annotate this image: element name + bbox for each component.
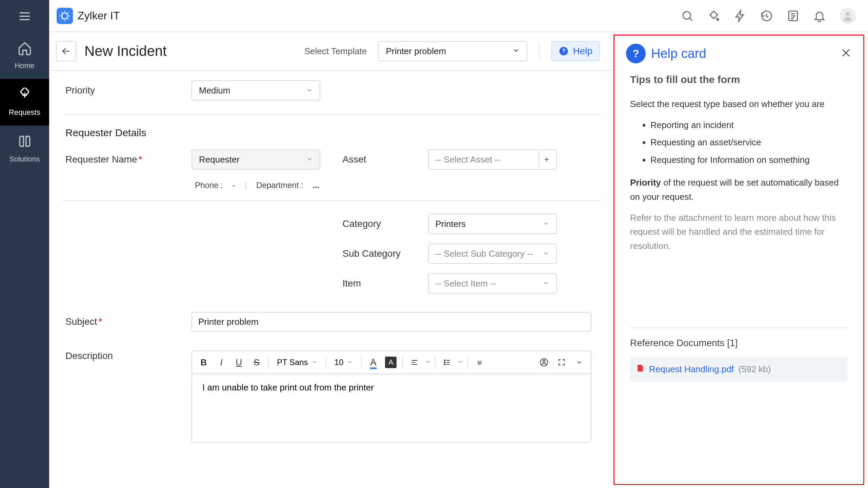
- chevron-down-icon: [543, 249, 549, 259]
- help-card-priority-text: Priority of the request will be set auto…: [630, 176, 848, 204]
- list-button[interactable]: [440, 355, 455, 370]
- svg-point-30: [543, 360, 545, 363]
- sidebar-item-label: Solutions: [9, 155, 40, 164]
- page-title: New Incident: [84, 43, 167, 59]
- lightning-icon[interactable]: [734, 9, 747, 22]
- sidebar-item-home[interactable]: Home: [0, 32, 49, 79]
- help-bullet: Requesting an asset/service: [650, 135, 848, 150]
- brand-name: Zylker IT: [78, 9, 120, 22]
- svg-point-24: [444, 360, 445, 361]
- font-family-select[interactable]: PT Sans: [273, 358, 322, 367]
- italic-button[interactable]: I: [214, 355, 229, 370]
- refdoc-name: Request Handling.pdf: [649, 362, 734, 377]
- dept-value: ...: [313, 181, 320, 190]
- category-value: Printers: [436, 219, 466, 229]
- add-asset-button[interactable]: [539, 152, 554, 167]
- divider: [539, 44, 540, 58]
- strikethrough-button[interactable]: S: [249, 355, 264, 370]
- text-color-button[interactable]: A: [366, 355, 381, 370]
- user-avatar[interactable]: [840, 8, 856, 24]
- sidebar-item-solutions[interactable]: Solutions: [0, 126, 49, 172]
- back-button[interactable]: [56, 41, 76, 61]
- asset-select[interactable]: -- Select Asset --: [428, 149, 557, 170]
- item-label: Item: [340, 278, 428, 289]
- rich-text-editor: B I U S PT Sans 10 A A: [191, 351, 591, 443]
- pdf-icon: [636, 362, 644, 377]
- svg-point-15: [846, 12, 850, 16]
- help-toggle-button[interactable]: ? Help: [551, 41, 600, 61]
- help-card-intro: Select the request type based on whether…: [630, 97, 848, 111]
- history-icon[interactable]: [760, 9, 773, 22]
- priority-value: Medium: [199, 85, 230, 96]
- top-bar: Zylker IT: [49, 0, 868, 32]
- requester-section-title: Requester Details: [63, 115, 600, 145]
- svg-point-25: [444, 362, 445, 363]
- category-select[interactable]: Printers: [428, 214, 557, 234]
- svg-point-6: [62, 13, 68, 19]
- chevron-down-icon: [543, 219, 549, 229]
- mention-button[interactable]: [537, 355, 551, 370]
- fullscreen-button[interactable]: [554, 355, 569, 370]
- help-bullet: Reporting an incident: [650, 118, 848, 132]
- align-button[interactable]: [407, 355, 422, 370]
- sidebar-item-label: Home: [15, 61, 35, 70]
- more-toggle-button[interactable]: [472, 355, 487, 370]
- priority-select[interactable]: Medium: [191, 80, 320, 101]
- subject-input[interactable]: [191, 312, 591, 332]
- chevron-down-icon: [512, 46, 520, 57]
- template-label: Select Template: [304, 46, 367, 57]
- chevron-down-icon: [306, 154, 313, 165]
- subcategory-placeholder: -- Select Sub Category --: [436, 249, 533, 259]
- help-card-refer-text: Refer to the attachment to learn more ab…: [630, 211, 848, 253]
- phone-label: Phone :: [195, 181, 223, 190]
- asset-label: Asset: [340, 154, 428, 165]
- requester-name-value: Requester: [199, 154, 240, 165]
- asset-placeholder: -- Select Asset --: [436, 154, 501, 165]
- hamburger-menu-button[interactable]: [0, 0, 49, 32]
- phone-value: -: [233, 181, 235, 190]
- help-card-bullets: Reporting an incident Requesting an asse…: [630, 118, 848, 167]
- item-select[interactable]: -- Select Item --: [428, 273, 557, 294]
- font-size-select[interactable]: 10: [330, 358, 357, 367]
- help-card-panel: ? Help card Tips to fill out the form Se…: [613, 35, 864, 485]
- priority-label: Priority: [63, 85, 191, 96]
- template-select[interactable]: Printer problem: [378, 41, 527, 61]
- subcategory-label: Sub Category: [340, 248, 428, 259]
- underline-button[interactable]: U: [231, 355, 246, 370]
- rte-toolbar: B I U S PT Sans 10 A A: [192, 351, 591, 374]
- refdocs-title: Reference Documents [1]: [630, 336, 848, 351]
- rte-more-button[interactable]: [572, 355, 587, 370]
- search-icon[interactable]: [681, 9, 694, 22]
- svg-line-8: [690, 18, 692, 21]
- sidebar-item-label: Requests: [9, 108, 40, 117]
- item-placeholder: -- Select Item --: [436, 278, 496, 289]
- svg-text:?: ?: [562, 48, 566, 55]
- help-bullet: Requesting for Information on something: [650, 153, 848, 167]
- svg-point-7: [683, 12, 690, 19]
- refdoc-size: (592 kb): [739, 362, 771, 377]
- description-textarea[interactable]: I am unable to take print out from the p…: [192, 374, 591, 442]
- requester-name-select[interactable]: Requester: [191, 149, 320, 170]
- align-dropdown-icon[interactable]: [425, 359, 431, 366]
- solutions-icon: [17, 134, 32, 151]
- svg-point-26: [444, 364, 445, 365]
- dept-label: Department :: [256, 181, 303, 190]
- sidebar-item-requests[interactable]: Requests: [0, 79, 49, 126]
- bell-icon[interactable]: [813, 9, 826, 22]
- description-label: Description: [63, 351, 191, 361]
- help-button-label: Help: [573, 46, 592, 57]
- left-sidebar: Home Requests Solutions: [0, 0, 49, 488]
- notes-icon[interactable]: [787, 9, 800, 22]
- chevron-down-icon: [306, 85, 313, 96]
- help-card-subtitle: Tips to fill out the form: [630, 71, 848, 88]
- refdoc-item[interactable]: Request Handling.pdf (592 kb): [630, 357, 848, 382]
- meta-separator: |: [245, 181, 247, 190]
- requester-name-label: Requester Name*: [63, 154, 191, 165]
- new-request-icon[interactable]: [707, 9, 720, 22]
- close-help-card-button[interactable]: [840, 47, 852, 60]
- list-dropdown-icon[interactable]: [457, 359, 463, 366]
- bg-color-button[interactable]: A: [383, 355, 398, 370]
- subcategory-select[interactable]: -- Select Sub Category --: [428, 243, 557, 264]
- bold-button[interactable]: B: [196, 355, 211, 370]
- category-label: Category: [340, 218, 428, 229]
